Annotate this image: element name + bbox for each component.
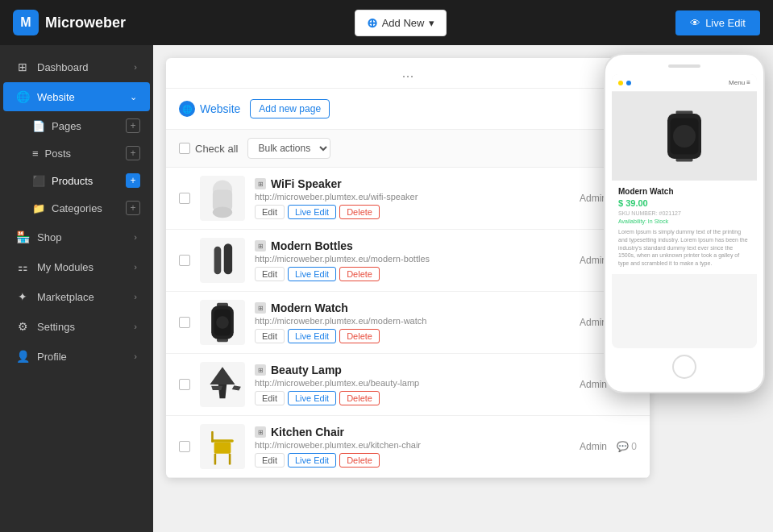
product-name-1: Modern Bottles (271, 239, 353, 252)
live-edit-button-2[interactable]: Live Edit (288, 329, 336, 343)
main-layout: ⊞ Dashboard › 🌐 Website ⌄ 📄 Pages + (0, 45, 773, 532)
file-icon: 📄 (32, 120, 45, 132)
edit-button-4[interactable]: Edit (255, 453, 285, 468)
apps-icon: ⚏ (16, 260, 29, 273)
product-actions-4: Edit Live Edit Delete (255, 453, 570, 468)
chevron-right-icon: › (134, 322, 137, 331)
row-checkbox-0[interactable] (179, 193, 190, 204)
svg-rect-3 (214, 247, 222, 275)
sidebar-item-marketplace[interactable]: ✦ Marketplace › (3, 282, 150, 311)
svg-point-23 (673, 125, 696, 148)
live-edit-button[interactable]: 👁 Live Edit (675, 10, 760, 35)
product-url-1: http://microweber.plumtex.eu/modern-bott… (255, 254, 570, 264)
chevron-down-icon: ▾ (429, 17, 434, 29)
product-thumbnail-3 (200, 362, 245, 407)
product-name-4: Kitchen Chair (271, 426, 344, 438)
live-edit-button-1[interactable]: Live Edit (288, 267, 336, 281)
sidebar-item-profile[interactable]: 👤 Profile › (3, 342, 150, 371)
delete-button-3[interactable]: Delete (339, 391, 380, 405)
products-label: Products (52, 175, 93, 187)
sidebar-label-website: Website (37, 91, 75, 103)
sidebar-item-pages[interactable]: 📄 Pages + (6, 112, 153, 139)
product-url-0: http://microweber.plumtex.eu/wifi-speake… (255, 192, 570, 202)
row-checkbox-1[interactable] (179, 255, 190, 266)
svg-rect-16 (214, 454, 217, 465)
product-thumbnail-2 (200, 300, 245, 345)
product-url-4: http://microweber.plumtex.eu/kitchen-cha… (255, 440, 570, 450)
product-thumbnail-4 (200, 424, 245, 469)
my-modules-label: My Modules (37, 261, 94, 273)
add-post-icon[interactable]: + (126, 146, 140, 160)
edit-button-2[interactable]: Edit (255, 329, 285, 343)
add-page-icon[interactable]: + (126, 118, 140, 133)
edit-button-1[interactable]: Edit (255, 267, 285, 281)
sidebar-item-products[interactable]: ⬛ Products + (6, 167, 153, 194)
svg-rect-17 (229, 454, 231, 465)
content-area: ... 🌐 Website Add new page 🔍 Check all (153, 45, 773, 532)
add-new-page-button[interactable]: Add new page (250, 99, 330, 118)
product-actions-0: Edit Live Edit Delete (255, 205, 570, 219)
sidebar-item-dashboard[interactable]: ⊞ Dashboard › (3, 52, 150, 81)
globe-icon: 🌐 (16, 90, 29, 103)
row-checkbox-3[interactable] (179, 379, 190, 390)
phone-product-info: Modern Watch $ 39.00 SKU NUMBER: #021127… (612, 181, 757, 274)
product-url-2: http://microweber.plumtex.eu/modern-watc… (255, 316, 570, 326)
add-product-icon[interactable]: + (126, 173, 140, 188)
check-all-label[interactable]: Check all (179, 143, 238, 155)
live-edit-button-3[interactable]: Live Edit (288, 391, 336, 405)
live-edit-button-0[interactable]: Live Edit (288, 205, 336, 219)
sidebar-item-website[interactable]: 🌐 Website ⌄ (3, 82, 150, 111)
sidebar-item-settings[interactable]: ⚙ Settings › (3, 312, 150, 341)
add-new-button[interactable]: ⊕ Add New ▾ (355, 10, 447, 36)
person-icon: 👤 (16, 350, 29, 363)
chevron-right-icon: › (134, 351, 137, 361)
svg-rect-4 (224, 243, 232, 274)
products-panel: ... 🌐 Website Add new page 🔍 Check all (166, 58, 650, 478)
phone-speaker (668, 64, 700, 68)
add-category-icon[interactable]: + (126, 201, 140, 215)
edit-button-0[interactable]: Edit (255, 205, 285, 219)
sidebar-item-my-modules[interactable]: ⚏ My Modules › (3, 252, 150, 281)
admin-label-4: Admin (580, 441, 607, 452)
delete-button-1[interactable]: Delete (339, 267, 380, 281)
svg-rect-18 (211, 431, 214, 443)
sidebar-item-categories[interactable]: 📁 Categories + (6, 194, 153, 222)
chevron-right-icon: › (134, 62, 137, 72)
product-name-2: Modern Watch (271, 301, 348, 314)
edit-button-3[interactable]: Edit (255, 391, 285, 405)
chevron-right-icon: › (134, 232, 137, 242)
phone-product-sku: SKU NUMBER: #021127 (618, 210, 750, 216)
logo-area: M Microweber (13, 10, 126, 35)
gear-icon: ⚙ (16, 320, 29, 333)
phone-nav-icons (618, 81, 631, 85)
product-type-icon-3: ⊞ (255, 364, 266, 376)
website-button[interactable]: 🌐 Website (179, 101, 240, 117)
profile-label: Profile (37, 351, 67, 363)
phone-nav: Menu ≡ (612, 74, 757, 92)
product-name-3: Beauty Lamp (271, 364, 342, 376)
phone-dot-yellow (618, 81, 623, 85)
product-type-icon-1: ⊞ (255, 240, 266, 251)
delete-button-0[interactable]: Delete (339, 205, 380, 219)
chevron-right-icon: › (134, 262, 137, 272)
delete-button-2[interactable]: Delete (339, 329, 380, 343)
delete-button-4[interactable]: Delete (339, 453, 380, 468)
top-bar: M Microweber ⊕ Add New ▾ 👁 Live Edit (0, 0, 773, 45)
product-info-2: ⊞ Modern Watch http://microweber.plumtex… (255, 301, 570, 343)
product-info-0: ⊞ WiFi Speaker http://microweber.plumtex… (255, 177, 570, 219)
live-edit-button-4[interactable]: Live Edit (288, 453, 336, 468)
phone-availability: Availability: In Stock (618, 218, 750, 224)
product-name-0: WiFi Speaker (271, 177, 342, 190)
svg-point-2 (213, 206, 232, 218)
marketplace-label: Marketplace (37, 291, 94, 303)
bulk-actions-select[interactable]: Bulk actions (247, 138, 330, 159)
phone-product-image (612, 92, 757, 181)
check-all-checkbox[interactable] (179, 143, 190, 154)
row-checkbox-4[interactable] (179, 441, 190, 452)
product-meta-4: Admin 💬 0 (580, 441, 637, 452)
sidebar-item-shop[interactable]: 🏪 Shop › (3, 222, 150, 251)
table-row: ⊞ Beauty Lamp http://microweber.plumtex.… (166, 354, 650, 416)
sidebar-item-posts[interactable]: ≡ Posts + (6, 139, 153, 167)
row-checkbox-2[interactable] (179, 317, 190, 328)
product-thumbnail-1 (200, 238, 245, 283)
